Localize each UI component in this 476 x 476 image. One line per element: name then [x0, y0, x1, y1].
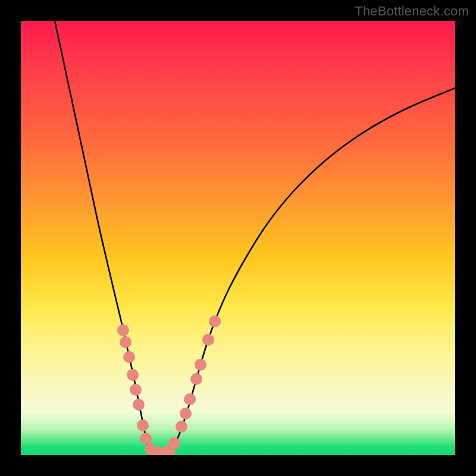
- data-dot: [190, 373, 202, 385]
- data-dot: [130, 384, 142, 396]
- plot-area: [21, 21, 455, 455]
- chart-frame: TheBottleneck.com: [0, 0, 476, 476]
- data-dot: [137, 419, 149, 431]
- data-dot: [133, 399, 145, 411]
- lines-layer: [55, 21, 455, 453]
- data-dot: [176, 421, 187, 433]
- data-dot: [120, 336, 131, 348]
- curve-left-curve: [55, 21, 164, 453]
- watermark-text: TheBottleneck.com: [355, 4, 469, 19]
- curve-right-curve: [164, 88, 455, 453]
- chart-svg: [21, 21, 455, 455]
- dots-layer: [117, 315, 221, 455]
- data-dot: [168, 437, 180, 449]
- data-dot: [140, 433, 152, 444]
- data-dot: [202, 334, 214, 346]
- data-dot: [123, 351, 135, 363]
- data-dot: [180, 408, 192, 419]
- data-dot: [117, 324, 129, 336]
- data-dot: [209, 315, 221, 327]
- data-dot: [127, 369, 139, 381]
- data-dot: [195, 359, 206, 371]
- data-dot: [184, 393, 196, 405]
